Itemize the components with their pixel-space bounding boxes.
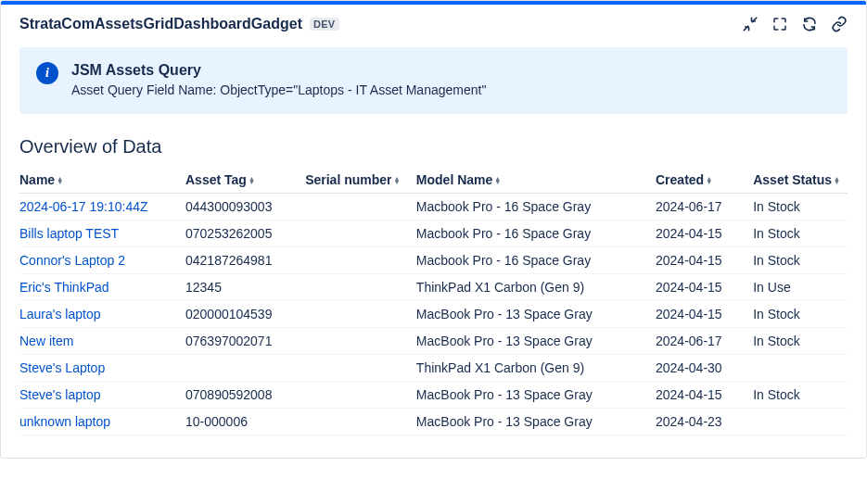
collapse-icon <box>742 16 759 32</box>
asset-table-header-row: Name▲▼Asset Tag▲▼Serial number▲▼Model Na… <box>19 167 848 194</box>
cell-created: 2024-06-17 <box>656 328 753 355</box>
cell-name: Bills laptop TEST <box>19 220 185 247</box>
cell-assetTag: 044300093003 <box>185 194 305 220</box>
sort-icon: ▲▼ <box>834 177 840 184</box>
cell-name: 2024-06-17 19:10:44Z <box>19 194 185 220</box>
cell-serialNumber <box>305 301 416 328</box>
cell-modelName: MacBook Pro - 13 Space Gray <box>416 301 656 328</box>
asset-name-link[interactable]: unknown laptop <box>19 414 110 429</box>
section-heading: Overview of Data <box>1 129 866 167</box>
asset-name-link[interactable]: Steve's laptop <box>19 387 101 402</box>
cell-text: MacBook Pro - 13 Space Gray <box>416 307 593 321</box>
asset-name-link[interactable]: New item <box>19 334 73 348</box>
cell-name: Steve's Laptop <box>19 355 185 382</box>
cell-text: 2024-04-15 <box>656 226 722 241</box>
column-header-serialNumber[interactable]: Serial number▲▼ <box>305 167 416 194</box>
cell-text: Macbook Pro - 16 Space Gray <box>416 253 591 268</box>
refresh-button[interactable] <box>801 16 818 32</box>
cell-name: Connor's Laptop 2 <box>19 247 185 274</box>
asset-name-link[interactable]: Bills laptop TEST <box>19 226 119 241</box>
asset-name-link[interactable]: Laura's laptop <box>19 307 101 321</box>
cell-text: 020000104539 <box>185 307 272 321</box>
table-row: Steve's LaptopThinkPad X1 Carbon (Gen 9)… <box>19 355 848 382</box>
cell-assetTag: 076397002071 <box>185 328 305 355</box>
cell-text: 070890592008 <box>185 387 272 402</box>
cell-assetStatus: In Use <box>753 274 848 301</box>
cell-created: 2024-04-15 <box>656 247 753 274</box>
cell-text: 10-000006 <box>185 414 248 429</box>
table-row: New item076397002071MacBook Pro - 13 Spa… <box>19 328 848 355</box>
cell-assetStatus: In Stock <box>753 301 848 328</box>
column-header-label: Model Name <box>416 172 492 187</box>
cell-created: 2024-06-17 <box>656 194 753 220</box>
cell-modelName: Macbook Pro - 16 Space Gray <box>416 220 656 247</box>
column-header-name[interactable]: Name▲▼ <box>19 167 185 194</box>
cell-text: 042187264981 <box>185 253 272 268</box>
cell-modelName: MacBook Pro - 13 Space Gray <box>416 382 656 409</box>
info-panel-desc: Asset Query Field NameObjectType="Laptop… <box>71 82 486 97</box>
cell-modelName: Macbook Pro - 16 Space Gray <box>416 194 656 220</box>
cell-name: New item <box>19 328 185 355</box>
cell-text: In Stock <box>753 307 800 321</box>
cell-serialNumber <box>305 409 416 435</box>
cell-serialNumber <box>305 220 416 247</box>
info-panel-title: JSM Assets Query <box>71 62 486 79</box>
cell-assetTag: 042187264981 <box>185 247 305 274</box>
cell-modelName: ThinkPad X1 Carbon (Gen 9) <box>416 355 656 382</box>
cell-serialNumber <box>305 274 416 301</box>
cell-created: 2024-04-23 <box>656 409 753 435</box>
cell-text: In Stock <box>753 199 800 214</box>
info-query-value: ObjectType="Laptops - IT Asset Managemen… <box>220 82 486 97</box>
column-header-label: Asset Tag <box>185 172 247 187</box>
dev-lozenge: DEV <box>310 18 339 31</box>
sort-icon: ▲▼ <box>57 177 63 184</box>
gadget-card: StrataComAssetsGridDashboardGadget DEV <box>0 0 867 459</box>
cell-name: unknown laptop <box>19 409 185 435</box>
cell-text: 2024-04-15 <box>656 280 722 295</box>
cell-serialNumber <box>305 194 416 220</box>
column-header-label: Asset Status <box>753 172 832 187</box>
asset-name-link[interactable]: 2024-06-17 19:10:44Z <box>19 199 148 214</box>
cell-text: ThinkPad X1 Carbon (Gen 9) <box>416 280 584 295</box>
table-row: Connor's Laptop 2042187264981Macbook Pro… <box>19 247 848 274</box>
link-icon <box>831 16 848 32</box>
cell-text: Macbook Pro - 16 Space Gray <box>416 199 591 214</box>
cell-assetStatus: In Stock <box>753 382 848 409</box>
asset-name-link[interactable]: Connor's Laptop 2 <box>19 253 125 268</box>
column-header-assetStatus[interactable]: Asset Status▲▼ <box>753 167 848 194</box>
sort-icon: ▲▼ <box>494 177 501 184</box>
cell-text: Macbook Pro - 16 Space Gray <box>416 226 591 241</box>
cell-created: 2024-04-15 <box>656 382 753 409</box>
table-row: Steve's laptop070890592008MacBook Pro - … <box>19 382 848 409</box>
info-icon: i <box>36 62 58 84</box>
cell-created: 2024-04-30 <box>656 355 753 382</box>
cell-assetTag: 070253262005 <box>185 220 305 247</box>
cell-assetTag: 020000104539 <box>185 301 305 328</box>
cell-text: MacBook Pro - 13 Space Gray <box>416 334 593 348</box>
cell-text: In Stock <box>753 387 800 402</box>
cell-modelName: MacBook Pro - 13 Space Gray <box>416 409 656 435</box>
cell-text: MacBook Pro - 13 Space Gray <box>416 387 593 402</box>
gadget-title-wrap: StrataComAssetsGridDashboardGadget DEV <box>19 16 339 32</box>
minimize-button[interactable] <box>742 16 759 32</box>
column-header-created[interactable]: Created▲▼ <box>656 167 753 194</box>
cell-text: 2024-04-30 <box>656 360 722 375</box>
info-panel-body: JSM Assets Query Asset Query Field NameO… <box>71 62 486 97</box>
cell-assetStatus: In Stock <box>753 247 848 274</box>
table-row: unknown laptop10-000006MacBook Pro - 13 … <box>19 409 848 435</box>
cell-text: 076397002071 <box>185 334 272 348</box>
column-header-label: Created <box>656 172 704 187</box>
asset-name-link[interactable]: Steve's Laptop <box>19 360 105 375</box>
cell-text: 2024-04-15 <box>656 387 722 402</box>
cell-text: In Use <box>753 280 790 295</box>
gadget-header: StrataComAssetsGridDashboardGadget DEV <box>1 5 866 40</box>
asset-name-link[interactable]: Eric's ThinkPad <box>19 280 109 295</box>
link-button[interactable] <box>831 16 848 32</box>
column-header-assetTag[interactable]: Asset Tag▲▼ <box>185 167 305 194</box>
cell-text: In Stock <box>753 334 800 348</box>
asset-table-head: Name▲▼Asset Tag▲▼Serial number▲▼Model Na… <box>19 167 848 194</box>
cell-assetTag: 10-000006 <box>185 409 305 435</box>
column-header-modelName[interactable]: Model Name▲▼ <box>416 167 656 194</box>
refresh-icon <box>801 16 818 32</box>
maximize-button[interactable] <box>771 16 788 32</box>
